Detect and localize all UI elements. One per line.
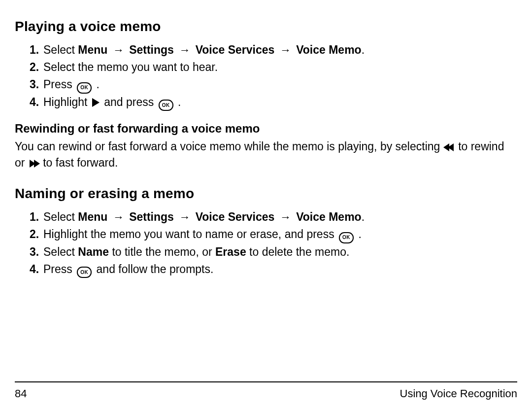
text: Select xyxy=(43,210,78,223)
steps-playing: Select Menu → Settings → Voice Services … xyxy=(15,41,517,111)
text: to delete the memo. xyxy=(249,245,349,258)
path-settings: Settings xyxy=(129,43,174,56)
path-voice-memo: Voice Memo xyxy=(296,210,362,223)
step-4: Press OK and follow the prompts. xyxy=(43,261,517,278)
steps-naming: Select Menu → Settings → Voice Services … xyxy=(15,208,517,278)
path-menu: Menu xyxy=(78,210,107,223)
step-2: Highlight the memo you want to name or e… xyxy=(43,226,517,243)
text: Select xyxy=(43,245,78,258)
path-voice-services: Voice Services xyxy=(196,43,275,56)
bold-name: Name xyxy=(78,245,109,258)
ok-button-icon: OK xyxy=(339,232,354,243)
text: and follow the prompts. xyxy=(97,263,214,275)
text: to fast forward. xyxy=(43,156,118,169)
text: Highlight xyxy=(43,96,91,108)
text: You can rewind or fast forward a voice m… xyxy=(15,140,443,153)
page-footer: 84 Using Voice Recognition xyxy=(15,381,517,400)
path-voice-services: Voice Services xyxy=(196,210,275,223)
chapter-title: Using Voice Recognition xyxy=(400,387,517,400)
heading-naming: Naming or erasing a memo xyxy=(15,186,517,202)
arrow-icon: → xyxy=(280,210,291,223)
step-1: Select Menu → Settings → Voice Services … xyxy=(43,41,517,59)
page-number: 84 xyxy=(15,387,27,400)
text: Highlight the memo you want to name or e… xyxy=(43,228,337,240)
arrow-icon: → xyxy=(179,210,190,223)
path-voice-memo: Voice Memo xyxy=(296,43,362,56)
text: to title the memo, or xyxy=(112,245,215,258)
step-4: Highlight and press OK . xyxy=(43,94,517,111)
rewind-icon xyxy=(445,143,454,151)
play-icon xyxy=(92,98,100,107)
arrow-icon: → xyxy=(179,43,190,56)
bold-erase: Erase xyxy=(215,245,246,258)
nav-path: Menu → Settings → Voice Services → Voice… xyxy=(78,43,361,56)
nav-path: Menu → Settings → Voice Services → Voice… xyxy=(78,210,361,223)
step-2: Select the memo you want to hear. xyxy=(43,59,517,76)
arrow-icon: → xyxy=(113,43,124,56)
arrow-icon: → xyxy=(280,43,291,56)
text: Press xyxy=(43,263,75,275)
subheading-rewind-ff: Rewinding or fast forwarding a voice mem… xyxy=(15,122,517,136)
arrow-icon: → xyxy=(113,210,124,223)
step-3: Select Name to title the memo, or Erase … xyxy=(43,243,517,261)
fast-forward-icon xyxy=(30,160,38,168)
paragraph-rewind-ff: You can rewind or fast forward a voice m… xyxy=(15,138,517,171)
text: Press xyxy=(43,78,75,91)
heading-playing: Playing a voice memo xyxy=(15,19,517,34)
path-settings: Settings xyxy=(129,210,174,223)
ok-button-icon: OK xyxy=(159,100,173,111)
step-1: Select Menu → Settings → Voice Services … xyxy=(43,208,517,226)
text: Select xyxy=(43,43,78,56)
step-3: Press OK . xyxy=(43,76,517,94)
path-menu: Menu xyxy=(78,43,107,56)
ok-button-icon: OK xyxy=(77,267,92,278)
ok-button-icon: OK xyxy=(77,82,92,94)
text: and press xyxy=(104,96,157,108)
